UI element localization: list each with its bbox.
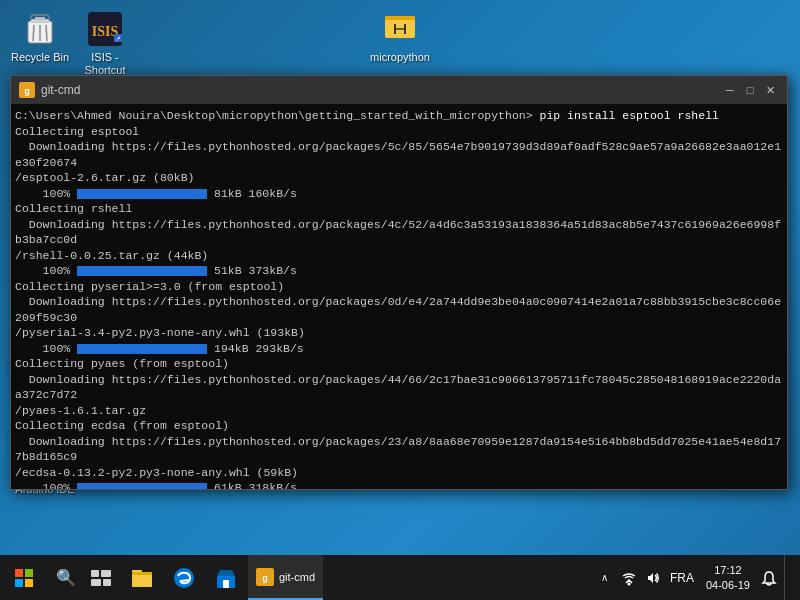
taskbar-right: ∧ FRA 17:12 04-06-19 xyxy=(596,555,800,600)
desktop: Recycle Bin ISIS ↗ ISIS - Shortcut micro… xyxy=(0,0,800,555)
search-icon: 🔍 xyxy=(56,568,76,587)
tray-chevron-icon[interactable]: ∧ xyxy=(596,569,614,587)
taskbar-app-store[interactable] xyxy=(206,555,246,600)
volume-icon[interactable] xyxy=(644,569,662,587)
desktop-icon-recycle-bin[interactable]: Recycle Bin xyxy=(5,5,75,68)
terminal-content[interactable]: C:\Users\Ahmed Nouira\Desktop\micropytho… xyxy=(11,104,787,489)
network-icon[interactable] xyxy=(620,569,638,587)
language-indicator[interactable]: FRA xyxy=(668,571,696,585)
git-cmd-taskbar-icon: g xyxy=(256,568,274,586)
svg-rect-11 xyxy=(385,16,415,20)
recycle-bin-label: Recycle Bin xyxy=(11,51,69,64)
svg-line-5 xyxy=(46,25,47,41)
svg-point-31 xyxy=(627,582,630,585)
file-explorer-icon xyxy=(130,566,154,590)
svg-text:g: g xyxy=(262,573,268,583)
terminal-close-button[interactable]: ✕ xyxy=(761,81,779,99)
show-desktop-button[interactable] xyxy=(784,555,792,600)
clock-date: 04-06-19 xyxy=(706,578,750,592)
taskbar-app-git-cmd[interactable]: g git-cmd xyxy=(248,555,323,600)
taskbar-apps: g git-cmd xyxy=(122,555,323,600)
git-cmd-taskbar-label: git-cmd xyxy=(279,571,315,583)
terminal-title: git-cmd xyxy=(41,83,80,97)
svg-rect-20 xyxy=(101,570,111,577)
terminal-maximize-button[interactable]: □ xyxy=(741,81,759,99)
terminal-titlebar: g git-cmd ─ □ ✕ xyxy=(11,76,787,104)
svg-line-3 xyxy=(33,25,34,41)
start-button[interactable] xyxy=(0,555,48,600)
desktop-icon-isis[interactable]: ISIS ↗ ISIS - Shortcut xyxy=(70,5,140,81)
svg-rect-22 xyxy=(103,579,111,586)
desktop-icon-micropython[interactable]: micropython xyxy=(365,5,435,68)
notification-icon[interactable] xyxy=(760,569,778,587)
svg-text:↗: ↗ xyxy=(115,35,121,42)
taskbar: 🔍 xyxy=(0,555,800,600)
svg-rect-21 xyxy=(91,579,101,586)
store-icon xyxy=(214,566,238,590)
edge-icon xyxy=(172,566,196,590)
terminal-window: g git-cmd ─ □ ✕ C:\Users\Ahmed Nouira\De… xyxy=(10,75,788,490)
search-button[interactable]: 🔍 xyxy=(48,555,83,600)
taskbar-app-file-explorer[interactable] xyxy=(122,555,162,600)
micropython-label: micropython xyxy=(370,51,430,64)
clock-time: 17:12 xyxy=(714,563,742,577)
svg-rect-28 xyxy=(223,580,229,588)
svg-rect-2 xyxy=(35,17,45,20)
task-view-icon xyxy=(91,570,111,586)
svg-rect-19 xyxy=(91,570,99,577)
terminal-controls: ─ □ ✕ xyxy=(721,81,779,99)
taskbar-app-edge[interactable] xyxy=(164,555,204,600)
windows-logo-icon xyxy=(15,569,33,587)
terminal-minimize-button[interactable]: ─ xyxy=(721,81,739,99)
svg-text:g: g xyxy=(24,86,30,96)
task-view-button[interactable] xyxy=(83,555,118,600)
taskbar-clock[interactable]: 17:12 04-06-19 xyxy=(702,563,754,592)
svg-rect-25 xyxy=(132,572,152,575)
isis-label: ISIS - Shortcut xyxy=(74,51,136,77)
